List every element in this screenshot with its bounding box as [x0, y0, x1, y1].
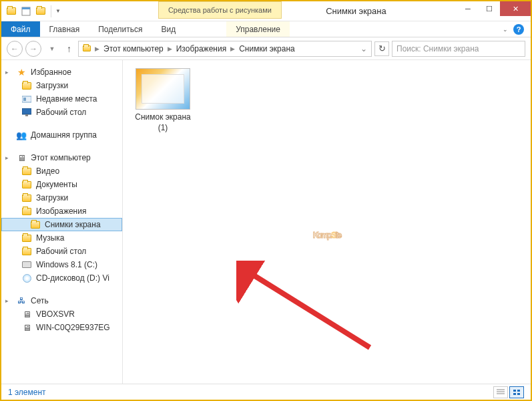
file-item-screenshot-1[interactable]: Снимок экрана (1): [131, 68, 195, 133]
chevron-down-icon[interactable]: ▸: [5, 154, 12, 161]
minimize-button[interactable]: ─: [457, 1, 479, 16]
tree-label: Недавние места: [36, 94, 97, 104]
tree-network[interactable]: ▸ 🖧 Сеть: [1, 294, 122, 307]
folder-icon: [21, 81, 32, 90]
svg-rect-10: [513, 390, 516, 392]
thumbnail-icon: [136, 68, 190, 110]
tree-music[interactable]: Музыка: [1, 231, 122, 245]
folder-icon: [21, 180, 32, 189]
qat-dropdown-icon[interactable]: ▼: [55, 8, 61, 14]
tree-label: CD-дисковод (D:) Vi: [36, 273, 109, 283]
svg-rect-4: [22, 108, 31, 114]
tree-vboxsvr[interactable]: 🖥 VBOXSVR: [1, 307, 122, 321]
chevron-down-icon[interactable]: ▸: [5, 69, 12, 76]
drive-icon: [21, 260, 32, 269]
properties-icon[interactable]: [20, 5, 32, 17]
tree-screenshots[interactable]: Снимки экрана: [1, 218, 122, 231]
tree-label: Загрузки: [36, 81, 68, 90]
details-view-button[interactable]: [493, 386, 508, 398]
tree-favorites[interactable]: ▸ ★ Избранное: [1, 65, 122, 79]
tab-view[interactable]: Вид: [152, 21, 185, 37]
chevron-right-icon[interactable]: ▶: [229, 45, 236, 52]
back-button[interactable]: ←: [7, 41, 23, 57]
forward-button[interactable]: →: [25, 41, 41, 57]
qat-separator: [51, 5, 51, 17]
ribbon-expand-icon[interactable]: ⌄: [503, 26, 508, 33]
icons-view-button[interactable]: [509, 386, 524, 398]
tree-videos[interactable]: Видео: [1, 164, 122, 178]
tree-label: Музыка: [36, 233, 64, 243]
history-dropdown[interactable]: ▼: [44, 41, 60, 57]
new-folder-icon[interactable]: [35, 5, 47, 17]
tree-documents[interactable]: Документы: [1, 178, 122, 191]
tree-label: Рабочий стол: [36, 108, 86, 117]
watermark: Komp.Site: [313, 194, 340, 249]
tab-home[interactable]: Главная: [40, 21, 89, 37]
tab-share[interactable]: Поделиться: [89, 21, 152, 37]
svg-line-6: [246, 271, 370, 348]
tree-label: Документы: [36, 180, 77, 189]
chevron-down-icon[interactable]: ▸: [5, 297, 12, 304]
tree-downloads-pc[interactable]: Загрузки: [1, 191, 122, 205]
svg-rect-12: [513, 393, 516, 395]
title-bar: ▼ Средства работы с рисунками Снимки экр…: [1, 1, 531, 21]
content-pane[interactable]: Снимок экрана (1) Komp.Site: [123, 60, 531, 384]
address-bar[interactable]: ▶ Этот компьютер ▶ Изображения ▶ Снимки …: [78, 41, 372, 57]
tree-label: VBOXSVR: [36, 309, 75, 319]
ribbon-context-label: Средства работы с рисунками: [158, 1, 282, 19]
up-button[interactable]: ↑: [63, 43, 75, 54]
folder-icon: [21, 207, 32, 216]
breadcrumb-segment[interactable]: Изображения: [174, 44, 229, 53]
homegroup-icon: 👥: [16, 130, 27, 140]
tree-win-host[interactable]: 🖥 WIN-C0Q29E937EG: [1, 321, 122, 334]
tree-desktop-pc[interactable]: Рабочий стол: [1, 245, 122, 258]
tree-homegroup[interactable]: ▸ 👥 Домашняя группа: [1, 128, 122, 142]
svg-rect-13: [517, 393, 520, 395]
tree-label: Этот компьютер: [31, 153, 91, 162]
folder-small-icon[interactable]: [5, 5, 17, 17]
network-icon: 🖧: [16, 296, 27, 305]
network-group: ▸ 🖧 Сеть 🖥 VBOXSVR 🖥 WIN-C0Q29E937EG: [1, 294, 122, 334]
ribbon-right: ⌄ ?: [503, 21, 531, 37]
tree-label: Сеть: [31, 296, 49, 305]
breadcrumb-segment[interactable]: Этот компьютер: [101, 44, 166, 53]
chevron-right-icon[interactable]: ▶: [93, 45, 101, 52]
ribbon-tabs: Файл Главная Поделиться Вид Управление ⌄…: [1, 21, 531, 37]
help-icon[interactable]: ?: [513, 24, 524, 35]
chevron-right-icon[interactable]: ▶: [166, 45, 174, 52]
svg-rect-11: [517, 390, 520, 392]
item-count: 1 элемент: [8, 388, 46, 397]
tree-recent[interactable]: Недавние места: [1, 92, 122, 106]
file-label: Снимок экрана (1): [131, 112, 195, 133]
refresh-button[interactable]: ↻: [374, 41, 389, 56]
folder-icon: [21, 247, 32, 256]
folder-icon: [21, 166, 32, 176]
folder-icon: [83, 45, 91, 51]
tree-pictures[interactable]: Изображения: [1, 205, 122, 218]
desktop-icon: [21, 108, 32, 117]
search-input[interactable]: Поиск: Снимки экрана: [392, 41, 525, 57]
folder-icon: [21, 193, 32, 203]
tab-file[interactable]: Файл: [1, 21, 40, 37]
tree-desktop[interactable]: Рабочий стол: [1, 106, 122, 119]
close-button[interactable]: ✕: [500, 1, 531, 16]
tab-manage[interactable]: Управление: [226, 21, 290, 37]
tree-drive-c[interactable]: Windows 8.1 (C:): [1, 258, 122, 271]
computer-group: ▸ 🖥 Этот компьютер Видео Документы Загру…: [1, 151, 122, 285]
tree-downloads[interactable]: Загрузки: [1, 79, 122, 92]
tree-this-pc[interactable]: ▸ 🖥 Этот компьютер: [1, 151, 122, 164]
tree-label: Видео: [36, 166, 59, 176]
navigation-bar: ← → ▼ ↑ ▶ Этот компьютер ▶ Изображения ▶…: [1, 37, 531, 60]
svg-rect-3: [23, 98, 26, 101]
folder-icon: [30, 220, 41, 229]
address-dropdown[interactable]: ⌄: [358, 44, 370, 53]
breadcrumb-segment[interactable]: Снимки экрана: [236, 44, 298, 53]
maximize-button[interactable]: ☐: [479, 1, 500, 16]
computer-icon: 🖥: [21, 309, 32, 319]
tree-drive-d[interactable]: CD-дисковод (D:) Vi: [1, 271, 122, 285]
svg-rect-5: [25, 114, 28, 116]
recent-icon: [21, 94, 32, 104]
tree-label: Снимки экрана: [45, 220, 101, 229]
tree-label: Домашняя группа: [31, 130, 97, 140]
tree-label: Загрузки: [36, 193, 68, 203]
